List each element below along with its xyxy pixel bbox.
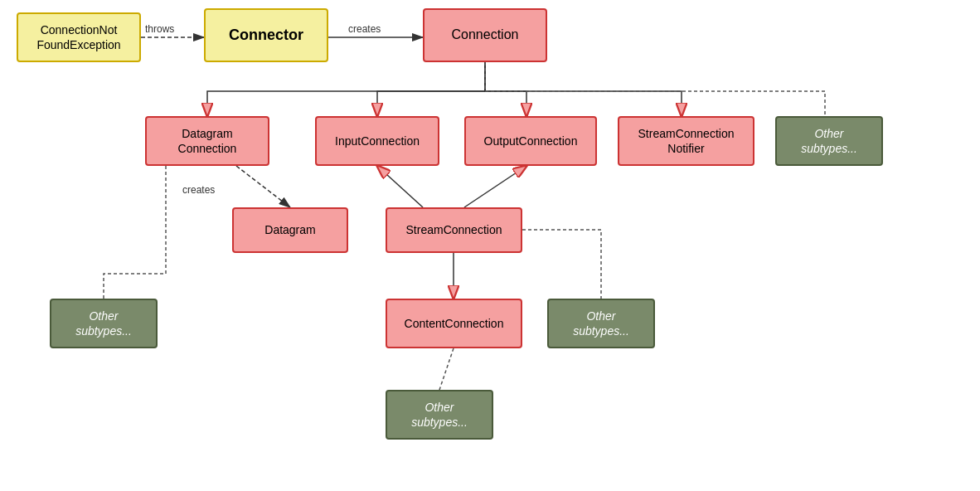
output-connection-node: OutputConnection [464,116,597,166]
connector-node: Connector [204,8,328,62]
svg-line-5 [236,166,290,207]
creates-label-1: creates [348,23,381,35]
stream-connection-notifier-node: StreamConnection Notifier [618,116,754,166]
content-connection-node: ContentConnection [386,299,522,348]
other-subtypes-2-node: Other subtypes... [50,299,158,348]
input-connection-node: InputConnection [315,116,439,166]
stream-connection-node: StreamConnection [386,207,522,253]
datagram-connection-node: Datagram Connection [145,116,269,166]
connection-node: Connection [423,8,547,62]
throws-label: throws [145,23,174,35]
exception-node: ConnectionNot FoundException [17,12,141,62]
other-subtypes-1-node: Other subtypes... [775,116,883,166]
other-subtypes-3-node: Other subtypes... [547,299,655,348]
svg-line-6 [377,166,423,207]
svg-line-9 [439,348,454,390]
other-subtypes-4-node: Other subtypes... [386,390,493,440]
diagram-container: ConnectionNot FoundException Connector C… [0,0,980,491]
datagram-node: Datagram [232,207,348,253]
svg-line-7 [464,166,526,207]
creates-label-2: creates [182,184,215,196]
